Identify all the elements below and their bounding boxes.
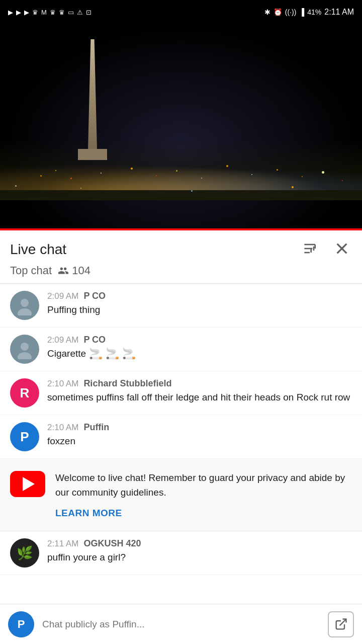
message-text: foxzen <box>47 435 352 448</box>
wifi-icon: ((·)) <box>285 8 297 16</box>
close-button[interactable] <box>332 238 352 260</box>
welcome-message: Welcome to live chat! Remember to guard … <box>55 471 352 500</box>
message-text: puffin youre a girl? <box>47 551 352 565</box>
status-icon-play3: ▶ <box>24 9 29 16</box>
chat-message: 2:09 AM P CO Cigarette 🚬 🚬 🚬 <box>0 328 362 371</box>
status-icon-crown1: ♛ <box>32 9 38 16</box>
avatar <box>10 291 39 320</box>
status-bar: ▶ ▶ ▶ ♛ M ♛ ♛ ▭ ⚠ ⊡ ✱ ⏰ ((·)) ▐ 41% 2:11… <box>0 0 362 24</box>
message-time: 2:10 AM <box>47 379 78 389</box>
message-time: 2:09 AM <box>47 335 78 345</box>
avatar-image-1 <box>15 295 35 315</box>
status-icons-right: ✱ ⏰ ((·)) ▐ 41% 2:11 AM <box>264 8 354 17</box>
chat-message-list: 2:09 AM P CO Puffing thing 2:09 AM P CO … <box>0 284 362 625</box>
message-content: 2:10 AM Richard Stubblefield sometimes p… <box>47 378 352 405</box>
avatar: P <box>10 422 39 451</box>
chat-header-actions <box>300 238 352 260</box>
chat-input-field[interactable] <box>42 619 320 630</box>
message-time: 2:10 AM <box>47 423 78 433</box>
battery-percent: 41% <box>307 8 321 16</box>
chat-header: Live chat Top chat <box>0 230 362 284</box>
message-text: Cigarette <box>47 347 86 361</box>
svg-point-9 <box>21 299 29 307</box>
message-content: 2:09 AM P CO Cigarette 🚬 🚬 🚬 <box>47 335 352 361</box>
avatar: 🌿 <box>10 538 39 568</box>
monument-base <box>78 149 107 160</box>
avatar: R <box>10 378 39 408</box>
status-icon-crown3: ♛ <box>59 9 65 16</box>
message-inline: Cigarette 🚬 🚬 🚬 <box>47 347 352 361</box>
status-icon-warn: ⚠ <box>77 9 83 16</box>
youtube-logo <box>10 471 45 497</box>
svg-point-12 <box>21 343 29 351</box>
send-icon <box>334 617 348 631</box>
bluetooth-icon: ✱ <box>264 8 270 16</box>
top-chat-label: Top chat <box>10 264 52 277</box>
viewer-count-number: 104 <box>72 264 90 277</box>
svg-line-14 <box>340 619 346 625</box>
message-author: P CO <box>83 291 106 301</box>
message-text: sometimes puffins fall off their ledge a… <box>47 391 352 405</box>
status-icon-folder: ▭ <box>68 9 74 16</box>
avatar <box>10 335 39 364</box>
chat-message: 2:09 AM P CO Puffing thing <box>0 284 362 328</box>
welcome-banner: Welcome to live chat! Remember to guard … <box>0 459 362 531</box>
video-progress-bar[interactable] <box>0 228 362 230</box>
viewers-icon <box>58 265 69 276</box>
signal-icon: ▐ <box>299 8 304 16</box>
status-icon-m: M <box>41 9 47 16</box>
live-chat-title: Live chat <box>10 242 66 258</box>
learn-more-button[interactable]: LEARN MORE <box>55 508 122 519</box>
video-player[interactable] <box>0 24 362 230</box>
message-content: 2:11 AM OGKUSH 420 puffin youre a girl? <box>47 538 352 565</box>
cigarette-emoji3: 🚬 <box>122 347 136 360</box>
chat-message: R 2:10 AM Richard Stubblefield sometimes… <box>0 371 362 415</box>
chat-input-bar: P <box>0 604 362 644</box>
message-time: 2:11 AM <box>47 539 78 549</box>
chat-message: P 2:10 AM Puffin foxzen <box>0 415 362 459</box>
message-time: 2:09 AM <box>47 291 78 301</box>
avatar-image-2 <box>15 339 35 359</box>
status-icon-play1: ▶ <box>8 9 13 16</box>
message-content: 2:10 AM Puffin foxzen <box>47 422 352 448</box>
send-icon-button[interactable] <box>328 611 354 637</box>
cigarette-emoji: 🚬 <box>89 347 103 360</box>
message-text: Puffing thing <box>47 303 352 317</box>
filter-button[interactable] <box>300 238 320 260</box>
time-display: 2:11 AM <box>324 8 354 17</box>
welcome-text-area: Welcome to live chat! Remember to guard … <box>55 471 352 519</box>
message-author: P CO <box>83 335 106 345</box>
chat-message: 🌿 2:11 AM OGKUSH 420 puffin youre a girl… <box>0 531 362 575</box>
cigarette-emoji2: 🚬 <box>106 347 119 360</box>
message-author: Richard Stubblefield <box>83 378 171 389</box>
status-icon-play2: ▶ <box>16 9 21 16</box>
message-author: Puffin <box>83 422 109 433</box>
monument-shape <box>88 39 97 150</box>
message-author: OGKUSH 420 <box>83 538 141 549</box>
status-icon-crown2: ♛ <box>50 9 56 16</box>
youtube-play-icon <box>23 477 35 491</box>
status-icon-image: ⊡ <box>86 9 92 16</box>
filter-icon <box>302 240 318 257</box>
status-icons-left: ▶ ▶ ▶ ♛ M ♛ ♛ ▭ ⚠ ⊡ <box>8 9 92 16</box>
alarm-icon: ⏰ <box>274 8 282 16</box>
message-content: 2:09 AM P CO Puffing thing <box>47 291 352 317</box>
input-user-avatar: P <box>8 611 34 637</box>
close-icon <box>334 240 350 257</box>
viewer-count: 104 <box>58 264 90 277</box>
